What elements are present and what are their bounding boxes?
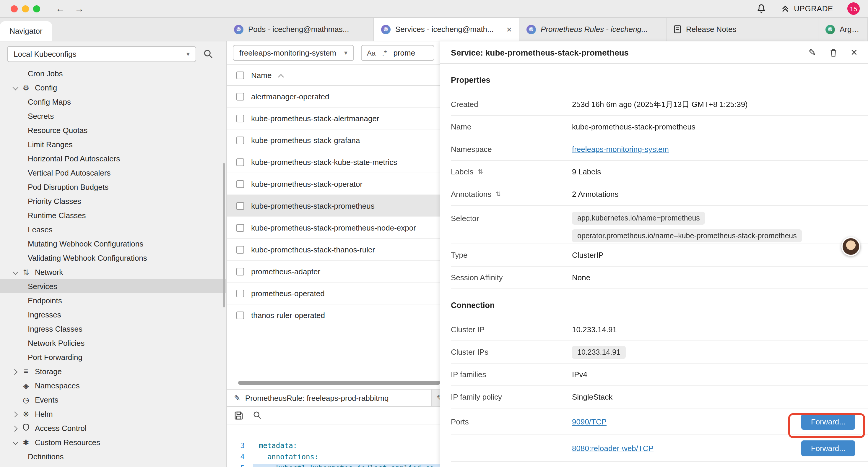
sidebar-item-config-maps[interactable]: Config Maps (0, 95, 226, 109)
tab-services[interactable]: ☸ Services - icecheng@math... × (374, 18, 519, 41)
table-row[interactable]: prometheus-operated (227, 283, 440, 304)
sidebar-item-services[interactable]: Services (0, 279, 226, 293)
row-checkbox[interactable] (236, 289, 244, 297)
sidebar-item-leases[interactable]: Leases (0, 222, 226, 236)
select-all-checkbox[interactable] (236, 71, 244, 79)
close-tab-icon[interactable]: × (502, 24, 512, 34)
regex-toggle[interactable]: .* (382, 49, 387, 57)
sidebar-item-config[interactable]: ⚙ Config (0, 80, 226, 95)
sidebar-item-network-policies[interactable]: Network Policies (0, 336, 226, 350)
row-checkbox[interactable] (236, 180, 244, 188)
sidebar-item-storage[interactable]: ≡ Storage (0, 364, 226, 378)
list-search-input[interactable]: Aa .* prome (361, 45, 434, 61)
sidebar-item-namespaces[interactable]: ◈ Namespaces (0, 378, 226, 392)
row-checkbox[interactable] (236, 245, 244, 253)
tab-release-notes[interactable]: Release Notes (666, 18, 818, 41)
match-case-toggle[interactable]: Aa (367, 49, 375, 57)
sidebar-item-vertical-pod-autoscalers[interactable]: Vertical Pod Autoscalers (0, 166, 226, 180)
sidebar-item-events[interactable]: ◷ Events (0, 392, 226, 407)
editor-tab-prometheusrule[interactable]: ✎ PrometheusRule: freeleaps-prod-rabbitm… (227, 389, 432, 406)
maximize-window-button[interactable] (33, 5, 40, 12)
table-row[interactable]: kube-prometheus-stack-thanos-ruler (227, 239, 440, 261)
save-icon[interactable] (234, 411, 243, 420)
horizontal-scrollbar[interactable] (238, 381, 440, 385)
trash-icon[interactable] (829, 48, 838, 57)
sidebar-item-access-control[interactable]: Access Control (0, 421, 226, 435)
sidebar-item-horizontal-pod-autoscalers[interactable]: Horizontal Pod Autoscalers (0, 151, 226, 166)
navigator-tree: Cron Jobs ⚙ Config Config Maps Secrets R… (0, 66, 226, 467)
user-avatar[interactable] (841, 237, 860, 256)
sidebar-item-mutating-webhook-configurations[interactable]: Mutating Webhook Configurations (0, 236, 226, 251)
row-checkbox[interactable] (236, 267, 244, 275)
table-row[interactable]: thanos-ruler-operated (227, 304, 440, 326)
navigator-header[interactable]: Navigator (0, 21, 52, 41)
row-checkbox[interactable] (236, 92, 244, 100)
name-column-header[interactable]: Name (251, 71, 272, 80)
row-checkbox[interactable] (236, 224, 244, 231)
port-link[interactable]: 9090/TCP (572, 417, 607, 426)
sidebar-scrollbar[interactable] (223, 163, 225, 308)
forward-button[interactable]: Forward... (802, 440, 855, 456)
namespace-link[interactable]: freeleaps-monitoring-system (572, 145, 669, 154)
sidebar-item-limit-ranges[interactable]: Limit Ranges (0, 137, 226, 151)
labels-expand-toggle[interactable]: ⇅ (478, 168, 483, 176)
notification-count-badge[interactable]: 15 (847, 2, 860, 15)
forward-button[interactable]: Forward... (802, 413, 855, 430)
service-details-drawer: Service: kube-prometheus-stack-prometheu… (440, 41, 868, 467)
sidebar-search-icon[interactable] (203, 49, 213, 59)
sidebar-item-network[interactable]: ⇅ Network (0, 265, 226, 279)
tab-prometheus-rules[interactable]: ☸ Prometheus Rules - icecheng... (519, 18, 666, 41)
edit-pencil-icon[interactable]: ✎ (809, 47, 816, 58)
yaml-editor[interactable]: 3metadata: 4 annotations: 5 kubectl.kube… (227, 425, 440, 467)
namespace-select[interactable]: freeleaps-monitoring-system ▾ (233, 45, 354, 61)
chevron-down-icon (13, 84, 19, 90)
annotations-expand-toggle[interactable]: ⇅ (495, 191, 501, 198)
forward-icon[interactable]: → (74, 3, 84, 14)
back-icon[interactable]: ← (56, 3, 65, 14)
editor-search-icon[interactable] (253, 411, 262, 420)
sidebar-item-ingresses[interactable]: Ingresses (0, 308, 226, 322)
upgrade-button[interactable]: UPGRADE (780, 4, 833, 13)
sidebar-item-priority-classes[interactable]: Priority Classes (0, 194, 226, 208)
sidebar-item-validating-webhook-configurations[interactable]: Validating Webhook Configurations (0, 251, 226, 265)
upgrade-icon (780, 4, 790, 13)
network-icon: ⇅ (21, 267, 31, 276)
editor-tab-partial[interactable]: ✎ (432, 389, 440, 406)
table-row[interactable]: alertmanager-operated (227, 86, 440, 108)
edit-pencil-icon: ✎ (234, 393, 241, 402)
sidebar-item-runtime-classes[interactable]: Runtime Classes (0, 208, 226, 222)
chevron-down-icon (13, 269, 19, 274)
table-row[interactable]: kube-prometheus-stack-alertmanager (227, 108, 440, 129)
sidebar-item-secrets[interactable]: Secrets (0, 109, 226, 123)
table-row-selected[interactable]: kube-prometheus-stack-prometheus (227, 195, 440, 217)
table-row[interactable]: prometheus-adapter (227, 261, 440, 283)
close-drawer-icon[interactable]: × (851, 47, 857, 58)
row-checkbox[interactable] (236, 136, 244, 144)
table-row[interactable]: kube-prometheus-stack-kube-state-metrics (227, 151, 440, 173)
minimize-window-button[interactable] (22, 5, 29, 12)
table-row[interactable]: kube-prometheus-stack-prometheus-node-ex… (227, 217, 440, 239)
notifications-bell-icon[interactable] (756, 4, 766, 13)
sidebar-item-resource-quotas[interactable]: Resource Quotas (0, 123, 226, 137)
sidebar-item-port-forwarding[interactable]: Port Forwarding (0, 350, 226, 364)
sidebar-item-definitions[interactable]: Definitions (0, 449, 226, 463)
sidebar-item-custom-resources[interactable]: ✱ Custom Resources (0, 435, 226, 449)
row-checkbox[interactable] (236, 202, 244, 209)
row-checkbox[interactable] (236, 158, 244, 166)
tab-argo[interactable]: ☸ Argo S (818, 18, 868, 41)
tab-pods[interactable]: ☸ Pods - icecheng@mathmas... (227, 18, 374, 41)
editor-toolbar (227, 407, 440, 425)
sidebar-item-cron-jobs[interactable]: Cron Jobs (0, 66, 226, 80)
sidebar-item-ingress-classes[interactable]: Ingress Classes (0, 322, 226, 336)
close-window-button[interactable] (11, 5, 18, 12)
property-row-selector: Selector app.kubernetes.io/name=promethe… (451, 206, 868, 244)
sidebar-item-endpoints[interactable]: Endpoints (0, 293, 226, 308)
port-link[interactable]: 8080:reloader-web/TCP (572, 444, 653, 453)
sidebar-item-helm[interactable]: ☸ Helm (0, 407, 226, 421)
row-checkbox[interactable] (236, 114, 244, 122)
table-row[interactable]: kube-prometheus-stack-operator (227, 173, 440, 195)
kubeconfig-select[interactable]: Local Kubeconfigs ▾ (7, 46, 196, 62)
table-row[interactable]: kube-prometheus-stack-grafana (227, 129, 440, 151)
sidebar-item-pod-disruption-budgets[interactable]: Pod Disruption Budgets (0, 180, 226, 194)
row-checkbox[interactable] (236, 311, 244, 319)
